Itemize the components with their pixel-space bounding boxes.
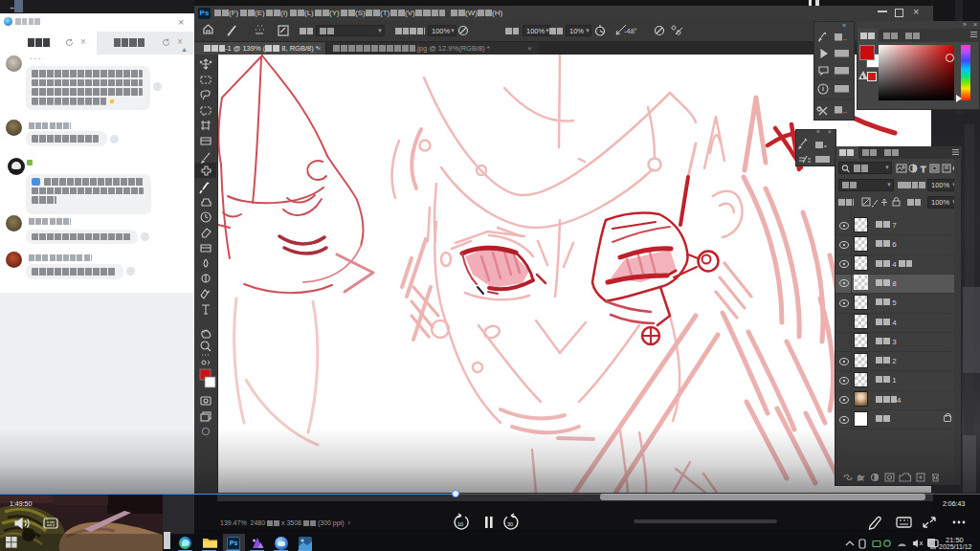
svg-text:..: .. — [843, 106, 847, 115]
svg-text:10: 10 — [457, 521, 463, 527]
svg-text:..: .. — [843, 33, 847, 42]
svg-text:30: 30 — [507, 521, 513, 527]
svg-text:T: T — [921, 165, 926, 174]
